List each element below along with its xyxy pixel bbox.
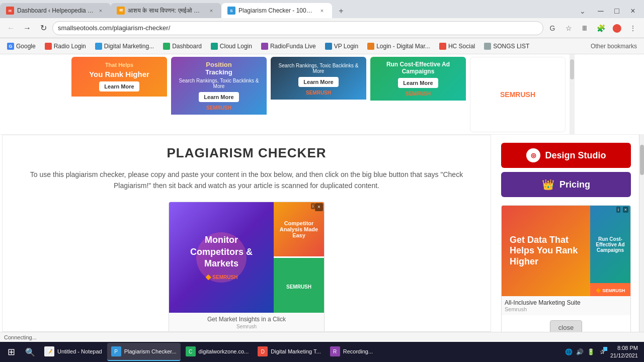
taskbar-app-recording[interactable]: R Recording... — [326, 343, 377, 361]
ad-right-text: Competitor Analysis Made Easy — [278, 220, 320, 238]
tracking-text: Tracking — [205, 68, 232, 76]
ad-brand-text: Semrush — [236, 324, 257, 329]
address-bar[interactable]: smallseotools.com/plagiarism-checker/ — [52, 21, 543, 35]
taskbar-app-plagiarism[interactable]: P Plagiarism Checker... — [107, 343, 181, 361]
taskbar-app-digital[interactable]: D Digital Marketing T... — [254, 343, 325, 361]
ad-learn-more-2[interactable]: Learn More — [199, 92, 238, 102]
songs-favicon — [484, 43, 491, 50]
account-icon[interactable]: G — [545, 21, 559, 35]
tab-close-3[interactable]: × — [318, 7, 326, 15]
tab-1[interactable]: H Dashboard ‹ Helpeopedia EduTe... × — [0, 3, 111, 18]
ad-learn-more-1[interactable]: Learn More — [99, 81, 139, 92]
forward-button[interactable]: → — [20, 21, 34, 35]
taskbar-recording-label: Recording... — [343, 348, 373, 354]
sidebar-ad-left: Get Data That Helps You Rank Higher — [502, 206, 590, 296]
content-ad-wrapper: i × Monitor Competitors & Markets 🔶 SEMR… — [169, 202, 324, 313]
bookmark-google[interactable]: G Google — [4, 42, 39, 51]
bookmark-dashboard-label: Dashboard — [172, 43, 202, 50]
sidebar-ad-close-x[interactable]: × — [623, 207, 628, 213]
page-scrollbar-right[interactable] — [639, 135, 644, 362]
sidebar-ad-inner: Get Data That Helps You Rank Higher Run … — [502, 206, 630, 296]
ad-card-2[interactable]: Position Tracking Search Rankings, Toxic… — [171, 57, 267, 132]
tab-3[interactable]: S Plagiarism Checker - 100% Free... × — [221, 3, 332, 18]
tab-favicon-1: H — [6, 7, 14, 15]
tab-title-2: आशय के साथ विपणन: एमईओ और... — [128, 7, 205, 14]
other-bookmarks[interactable]: Other bookmarks — [588, 42, 640, 51]
design-studio-icon: ◎ — [526, 148, 540, 162]
ad-card-5: SEMRUSH — [470, 57, 566, 132]
tab-close-2[interactable]: × — [207, 7, 215, 15]
ad-card-3[interactable]: Search Rankings, Toxic Backlinks & More … — [271, 57, 366, 132]
sidebar-ad-caption: All-Inclusive Marketing Suite Semrush — [502, 296, 630, 315]
bookmark-digital-marketing[interactable]: Digital Marketing... — [92, 42, 157, 51]
sidebar-ad-title: Get Data That Helps You Rank Higher — [510, 235, 582, 267]
bookmark-dm-label: Digital Marketing... — [104, 43, 154, 50]
ad-caption-area: Get Market Insights in a Click Semrush — [169, 313, 324, 332]
design-studio-label: Design Studio — [545, 150, 606, 161]
tab-close-1[interactable]: × — [97, 7, 105, 15]
ad-close-button[interactable]: × — [315, 203, 323, 211]
taskbar: ⊞ 🔍 📝 Untitled - Notepad P Plagiarism Ch… — [0, 342, 644, 362]
ad-card-1[interactable]: That Helps You Rank Higher Learn More — [71, 57, 167, 132]
taskbar-app-chrome[interactable]: C digitalworkzone.co... — [182, 343, 253, 361]
ad-banner: That Helps You Rank Higher Learn More Po… — [0, 54, 644, 135]
menu-icon[interactable]: ⋮ — [626, 21, 640, 35]
tray-notification-icon[interactable]: ✰ — [598, 348, 606, 356]
tray-volume-icon[interactable]: 🔊 — [576, 348, 584, 356]
ldm-favicon — [367, 43, 374, 50]
sidebar-ad: i × Get Data That Helps You Rank Higher … — [501, 205, 631, 335]
cloud-favicon — [211, 43, 218, 50]
start-button[interactable]: ⊞ — [2, 343, 20, 361]
ad-learn-more-4[interactable]: Learn More — [398, 78, 438, 88]
crown-icon: 👑 — [542, 178, 554, 191]
bookmark-songs-label: SONGS LIST — [493, 43, 529, 50]
bookmark-radiofunda[interactable]: RadioFunda Live — [258, 42, 319, 51]
page-scrollbar[interactable] — [570, 54, 575, 135]
new-tab-button[interactable]: + — [334, 4, 348, 18]
taskbar-search-icon[interactable]: 🔍 — [21, 343, 39, 361]
content-area: PLAGIARISM CHECKER To use this plagiaris… — [2, 135, 491, 332]
pricing-button[interactable]: 👑 Pricing — [501, 172, 631, 197]
bookmark-hc-social[interactable]: HC Social — [436, 42, 478, 51]
back-button[interactable]: ← — [4, 21, 18, 35]
ad-card-4[interactable]: Run Cost-Effective Ad Campaigns Learn Mo… — [370, 57, 466, 132]
pricing-label: Pricing — [559, 179, 590, 190]
bookmark-star-icon[interactable]: ☆ — [561, 21, 576, 35]
tray-battery-icon[interactable]: 🔋 — [587, 348, 595, 356]
bookmark-songs-list[interactable]: SONGS LIST — [481, 42, 532, 51]
semrush-ad-container: Monitor Competitors & Markets 🔶 SEMRUSH … — [169, 202, 324, 313]
reload-button[interactable]: ↻ — [36, 21, 50, 35]
bookmark-dashboard[interactable]: Dashboard — [160, 42, 205, 51]
sidebar-ad-right: Run Cost-Effective Ad Campaigns 🔶 SEMRUS… — [590, 206, 630, 296]
scrollbar-thumb-right — [640, 145, 644, 175]
taskbar-notepad-label: Untitled - Notepad — [57, 348, 102, 354]
bookmark-rf-label: RadioFunda Live — [270, 43, 316, 50]
bookmarks-bar: G Google Radio Login Digital Marketing..… — [0, 38, 644, 54]
tab-expand-icon[interactable]: ⌄ — [576, 4, 590, 18]
rf-favicon — [261, 43, 268, 50]
ad-learn-more-3[interactable]: Learn More — [298, 77, 338, 87]
close-button[interactable]: × — [626, 4, 640, 18]
ad-main-text: Monitor Competitors & Markets — [177, 234, 266, 269]
content-ad: i × Monitor Competitors & Markets 🔶 SEMR… — [169, 202, 325, 332]
page-content: That Helps You Rank Higher Learn More Po… — [0, 54, 644, 362]
profile-icon[interactable]: ⬤ — [610, 21, 624, 35]
bookmark-cloud-login[interactable]: Cloud Login — [208, 42, 255, 51]
tab-favicon-3: S — [227, 7, 235, 15]
sidebar-ad-brand-text: Semrush — [505, 306, 581, 312]
chrome-icon: C — [186, 346, 196, 356]
tab-2[interactable]: आ आशय के साथ विपणन: एमईओ और... × — [111, 3, 221, 18]
design-studio-button[interactable]: ◎ Design Studio — [501, 143, 631, 168]
tray-network-icon[interactable]: 🌐 — [565, 348, 573, 356]
bookmark-vp-login[interactable]: VP Login — [322, 42, 362, 51]
minimize-button[interactable]: ─ — [594, 4, 608, 18]
bookmark-login-dm[interactable]: Login - Digital Mar... — [364, 42, 433, 51]
maximize-button[interactable]: □ — [610, 4, 624, 18]
browser-chrome: H Dashboard ‹ Helpeopedia EduTe... × आ आ… — [0, 0, 644, 54]
reader-mode-icon[interactable]: Ⅲ — [578, 21, 592, 35]
taskbar-app-notepad[interactable]: 📝 Untitled - Notepad — [40, 343, 106, 361]
dm-favicon — [95, 43, 102, 50]
extensions-icon[interactable]: 🧩 — [594, 21, 608, 35]
bookmark-radio-login[interactable]: Radio Login — [42, 42, 89, 51]
tab-favicon-2: आ — [117, 7, 125, 15]
